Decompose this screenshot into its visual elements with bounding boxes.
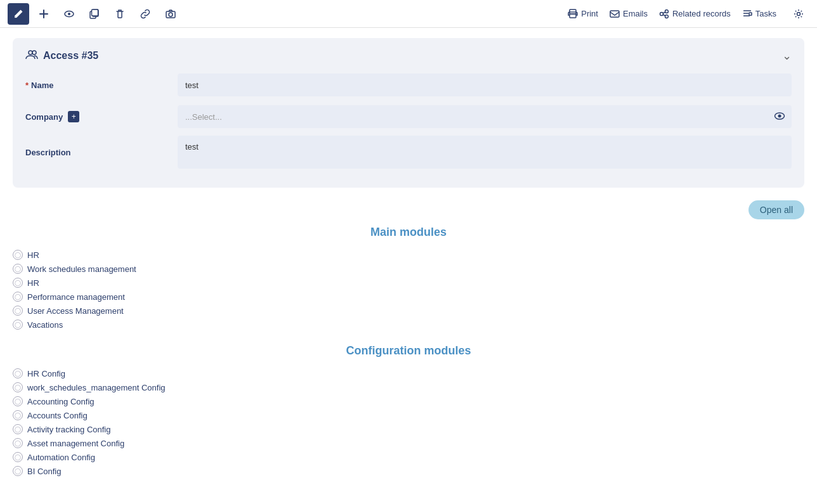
svg-line-13 [663,12,665,13]
list-item[interactable]: ◯ BI Config [13,464,804,478]
list-item[interactable]: ◯ Asset management Config [13,436,804,450]
record-card: Access #35 ⌄ * Name test Company + ...Se… [13,38,804,188]
tasks-action[interactable]: Tasks [742,9,776,19]
svg-point-12 [665,15,668,18]
list-item[interactable]: ◯ Activity tracking Config [13,422,804,436]
print-action[interactable]: Print [568,9,598,19]
company-eye-icon[interactable] [774,110,785,124]
description-row: Description test [25,136,792,169]
svg-point-5 [169,13,173,16]
svg-point-18 [32,51,36,55]
list-item[interactable]: ◯ HR [13,276,804,290]
module-icon: ◯ [13,278,23,288]
config-modules-list: ◯ HR Config ◯ work_schedules_management … [13,366,804,478]
main-modules-list: ◯ HR ◯ Work schedules management ◯ HR ◯ … [13,248,804,332]
svg-point-20 [778,114,781,117]
name-row: * Name test [25,72,792,98]
module-icon: ◯ [13,320,23,330]
company-add-button[interactable]: + [68,111,79,122]
delete-button[interactable] [109,3,131,25]
company-value[interactable]: ...Select... [178,105,792,128]
config-modules-section: Configuration modules ◯ HR Config ◯ work… [13,344,804,478]
camera-button[interactable] [160,3,181,25]
name-value[interactable]: test [178,74,792,96]
duplicate-button[interactable] [84,3,105,25]
module-icon: ◯ [13,410,23,420]
collapse-button[interactable]: ⌄ [782,49,792,63]
svg-point-1 [68,13,70,15]
list-item[interactable]: ◯ Vacations [13,318,804,332]
settings-button[interactable] [788,3,809,25]
list-item[interactable]: ◯ HR Config [13,366,804,380]
company-label: Company + [25,111,178,122]
list-item[interactable]: ◯ Work schedules management [13,262,804,276]
svg-point-10 [660,12,663,15]
list-item[interactable]: ◯ work_schedules_management Config [13,380,804,394]
toolbar: Print Emails Related records [0,0,817,28]
svg-rect-9 [610,11,619,17]
module-icon: ◯ [13,306,23,316]
config-modules-title: Configuration modules [13,344,804,358]
link-button[interactable] [134,3,156,25]
related-records-action[interactable]: Related records [659,9,731,19]
svg-line-14 [663,15,665,16]
module-icon: ◯ [13,438,23,448]
module-icon: ◯ [13,424,23,434]
svg-rect-15 [749,13,752,15]
add-button[interactable] [33,3,55,25]
module-icon: ◯ [13,250,23,260]
module-icon: ◯ [13,382,23,392]
svg-point-11 [665,10,668,13]
module-icon: ◯ [13,264,23,274]
svg-point-16 [797,12,801,15]
view-button[interactable] [58,3,80,25]
main-content: Access #35 ⌄ * Name test Company + ...Se… [0,28,817,501]
company-row: Company + ...Select... [25,104,792,129]
toolbar-left [8,3,181,25]
module-icon: ◯ [13,368,23,378]
main-modules-title: Main modules [13,226,804,239]
toolbar-right: Print Emails Related records [568,3,809,25]
record-title: Access #35 [25,48,98,63]
module-icon: ◯ [13,452,23,462]
edit-button[interactable] [8,3,29,25]
record-header: Access #35 ⌄ [25,48,792,63]
main-modules-section: Main modules ◯ HR ◯ Work schedules manag… [13,226,804,332]
module-icon: ◯ [13,292,23,302]
record-title-icon [25,48,38,63]
list-item[interactable]: ◯ Accounts Config [13,408,804,422]
list-item[interactable]: ◯ User Access Management [13,304,804,318]
list-item[interactable]: ◯ Accounting Config [13,394,804,408]
emails-action[interactable]: Emails [610,9,648,19]
svg-rect-7 [570,14,576,18]
open-all-button[interactable]: Open all [748,200,804,219]
module-icon: ◯ [13,466,23,476]
list-item[interactable]: ◯ HR [13,248,804,262]
description-value[interactable]: test [178,136,792,169]
name-label: * Name [25,81,178,90]
svg-point-8 [575,13,577,15]
description-label: Description [25,148,178,157]
module-icon: ◯ [13,396,23,406]
list-item[interactable]: ◯ Automation Config [13,450,804,464]
list-item[interactable]: ◯ Performance management [13,290,804,304]
svg-point-17 [29,51,32,55]
